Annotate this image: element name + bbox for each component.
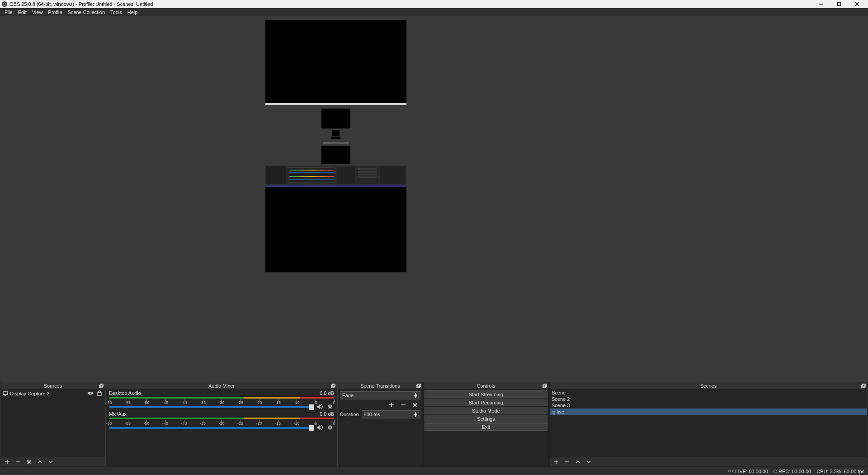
transitions-dock: Scene Transitions Fade ▲▼ Duration 500 m… — [338, 382, 423, 467]
menu-profile[interactable]: Profile — [45, 10, 65, 15]
menu-help[interactable]: Help — [125, 10, 141, 15]
visibility-toggle-icon[interactable] — [87, 391, 94, 396]
remove-scene-button[interactable] — [563, 458, 571, 466]
audio-mixer-dock: Audio Mixer Desktop Audio0.0 dB-60-55-50… — [106, 382, 337, 467]
obs-logo-icon — [2, 1, 7, 7]
source-row[interactable]: Display Capture 2 — [1, 390, 105, 398]
svg-point-9 — [90, 392, 91, 394]
transition-select[interactable]: Fade ▲▼ — [340, 391, 420, 399]
svg-point-14 — [28, 461, 30, 463]
svg-point-24 — [414, 404, 416, 406]
menu-view[interactable]: View — [29, 10, 46, 15]
channel-name: Mic/Aux — [109, 411, 127, 417]
channel-level: 0.0 dB — [320, 411, 334, 417]
rec-text: REC: 00:00:00 — [778, 469, 811, 474]
mixer-title: Audio Mixer — [208, 383, 235, 389]
channel-settings-button[interactable] — [326, 404, 334, 410]
sources-list[interactable]: Display Capture 2 — [1, 390, 105, 457]
sources-dock: Sources Display Capture 2 — [0, 382, 105, 467]
slider-thumb[interactable] — [309, 425, 314, 431]
docks-row: Sources Display Capture 2 Audio Mixer De… — [0, 382, 868, 467]
move-source-down-button[interactable] — [47, 458, 54, 466]
sources-popout-icon[interactable] — [98, 383, 105, 389]
window-title: OBS 25.0.8 (64-bit, windows) - Profile: … — [9, 1, 153, 7]
svg-rect-19 — [417, 385, 420, 388]
minimize-button[interactable] — [812, 0, 830, 8]
preview-area[interactable] — [0, 16, 868, 382]
remove-source-button[interactable] — [14, 458, 22, 466]
channel-settings-button[interactable] — [326, 425, 334, 431]
svg-rect-15 — [331, 385, 334, 388]
transitions-popout-icon[interactable] — [415, 383, 422, 389]
controls-title: Controls — [477, 383, 495, 389]
scenes-list[interactable]: SceneScene 2Scene 3ig live — [550, 390, 867, 457]
lock-toggle-icon[interactable] — [96, 390, 103, 397]
menu-file[interactable]: File — [2, 10, 15, 15]
menu-scene-collection[interactable]: Scene Collection — [65, 10, 108, 15]
volume-slider[interactable] — [109, 406, 314, 408]
channel-level: 0.0 dB — [320, 390, 334, 396]
mute-button[interactable] — [316, 404, 324, 410]
scene-row[interactable]: Scene 3 — [550, 402, 867, 408]
channel-name: Desktop Audio — [109, 390, 141, 396]
svg-rect-2 — [838, 3, 841, 6]
duration-value: 500 ms — [364, 412, 380, 417]
vu-meter — [109, 396, 334, 399]
maximize-button[interactable] — [830, 0, 848, 8]
svg-rect-10 — [98, 393, 101, 395]
broadcast-icon — [728, 468, 733, 475]
svg-rect-27 — [862, 385, 864, 388]
transitions-title: Scene Transitions — [360, 383, 400, 389]
vu-meter — [109, 417, 334, 420]
mixer-popout-icon[interactable] — [330, 383, 337, 389]
close-button[interactable] — [848, 0, 866, 8]
slider-thumb[interactable] — [309, 404, 314, 410]
scene-row[interactable]: Scene 2 — [550, 396, 867, 402]
add-source-button[interactable] — [4, 458, 11, 466]
scene-row[interactable]: ig live — [550, 408, 867, 415]
source-label: Display Capture 2 — [10, 391, 85, 396]
cpu-text: CPU: 3.3%, 60.00 fps — [816, 469, 864, 474]
record-dot-icon — [774, 470, 777, 473]
svg-rect-5 — [99, 385, 102, 388]
transition-properties-button[interactable] — [411, 401, 419, 408]
scenes-title: Scenes — [700, 383, 717, 389]
start-recording-button[interactable]: Start Recording — [425, 399, 547, 406]
svg-rect-6 — [100, 384, 103, 387]
settings-button[interactable]: Settings — [425, 415, 547, 423]
svg-rect-7 — [3, 392, 8, 394]
scenes-popout-icon[interactable] — [860, 383, 867, 389]
svg-rect-16 — [332, 384, 335, 387]
scenes-dock: Scenes SceneScene 2Scene 3ig live — [549, 382, 868, 467]
preview-canvas[interactable] — [265, 20, 406, 272]
volume-slider[interactable] — [109, 427, 314, 429]
menu-tools[interactable]: Tools — [108, 10, 125, 15]
remove-transition-button[interactable] — [400, 401, 407, 408]
source-properties-button[interactable] — [25, 458, 33, 466]
exit-button[interactable]: Exit — [425, 423, 547, 431]
record-status: REC: 00:00:00 — [774, 469, 811, 474]
move-scene-up-button[interactable] — [574, 458, 581, 466]
controls-popout-icon[interactable] — [541, 383, 548, 389]
duration-spinner[interactable]: 500 ms ▲▼ — [362, 410, 420, 418]
move-source-up-button[interactable] — [36, 458, 43, 466]
menu-edit[interactable]: Edit — [15, 10, 29, 15]
move-scene-down-button[interactable] — [585, 458, 592, 466]
studio-mode-button[interactable]: Studio Mode — [425, 407, 547, 414]
svg-rect-20 — [418, 384, 420, 387]
mixer-channel: Desktop Audio0.0 dB-60-55-50-45-40-35-30… — [106, 390, 337, 410]
mixer-channel: Mic/Aux0.0 dB-60-55-50-45-40-35-30-25-20… — [106, 410, 337, 431]
add-scene-button[interactable] — [552, 458, 560, 466]
statusbar: LIVE: 00:00:00 REC: 00:00:00 CPU: 3.3%, … — [0, 467, 868, 475]
mute-button[interactable] — [316, 425, 324, 431]
start-streaming-button[interactable]: Start Streaming — [425, 390, 547, 398]
svg-rect-28 — [863, 384, 865, 387]
add-transition-button[interactable] — [388, 401, 395, 408]
svg-point-17 — [329, 406, 331, 408]
scene-row[interactable]: Scene — [550, 390, 867, 396]
svg-rect-26 — [544, 384, 547, 387]
svg-point-18 — [329, 427, 331, 428]
mixer-body: Desktop Audio0.0 dB-60-55-50-45-40-35-30… — [106, 390, 337, 466]
svg-rect-25 — [543, 385, 546, 388]
combo-arrows-icon: ▲▼ — [413, 393, 418, 398]
